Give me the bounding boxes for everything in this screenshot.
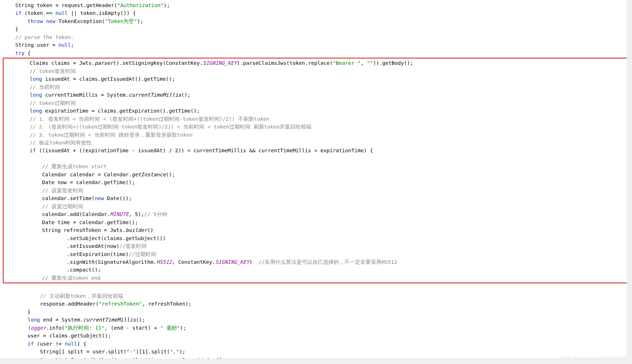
code-token: getInstance <box>132 172 166 177</box>
code-token: currentTimeMillis = System. <box>42 92 129 98</box>
code-token: SIGNING_KEY <box>203 60 237 66</box>
code-token: ) <box>249 259 259 265</box>
code-token: builder <box>125 227 147 233</box>
code-token: null <box>55 10 68 16</box>
code-token <box>3 18 28 24</box>
code-token: if <box>28 341 34 347</box>
code-token: ).parseClaimsJws(token.replace( <box>237 60 333 66</box>
code-token <box>3 341 28 347</box>
code-token: (); <box>181 92 191 98</box>
code-token: Date now = calendar.getTime(); <box>5 180 135 185</box>
code-token: , refreshToken); <box>142 301 192 307</box>
code-token <box>5 108 30 114</box>
code-token: Date()); <box>104 195 132 201</box>
code-token: long <box>30 108 42 114</box>
code-token: // 5分钟 <box>144 211 167 217</box>
code-token: "Bearer " <box>333 60 361 66</box>
code-token: Date time = calendar.getTime(); <box>5 220 138 225</box>
code-token: // 设置签发时间 <box>42 188 83 193</box>
code-token: null <box>58 42 71 48</box>
code-token: HS512 <box>157 259 172 265</box>
code-token: Claims claims = Jwts. <box>5 60 95 66</box>
code-token <box>3 34 15 40</box>
code-token: // token签发时间 <box>30 68 76 74</box>
code-token: MINUTE <box>110 211 129 217</box>
code-box: Claims claims = Jwts.parser().setSigning… <box>5 59 627 282</box>
code-token: // token过期时间 <box>30 100 76 106</box>
code-token: // 重新生成token end <box>42 275 101 281</box>
code-token: ); <box>137 18 143 24</box>
code-token: ().setSigningKey(ConstantKey. <box>113 60 203 66</box>
code-token <box>5 148 30 153</box>
code-token: ); <box>180 325 186 331</box>
code-token: // 验证token时间有效性 <box>30 140 92 146</box>
code-token <box>5 132 30 138</box>
code-token <box>5 188 42 193</box>
code-token <box>5 275 42 281</box>
code-token: () <box>147 227 153 233</box>
code-token: // 重新生成token start <box>42 164 107 169</box>
code-token: long <box>30 92 42 98</box>
code-token: (user != <box>34 341 64 347</box>
code-token: { <box>24 50 30 56</box>
code-token: TokenException( <box>55 18 105 24</box>
code-token: 1 <box>142 349 145 354</box>
code-token: String user = <box>3 42 58 48</box>
code-token: long <box>30 76 42 82</box>
code-token: try <box>15 50 24 56</box>
code-viewer: String token = request.getHeader("Author… <box>0 0 632 364</box>
code-token: ); <box>138 211 144 217</box>
code-token: long <box>28 317 40 323</box>
vertical-scrollbar[interactable] <box>627 0 632 364</box>
code-token: (token == <box>21 10 55 16</box>
code-token: , <box>361 60 367 66</box>
code-token: logger <box>28 325 46 331</box>
code-token: "Token为空" <box>105 18 137 24</box>
code-token: )) < currentTimeMillis && currentTimeMil… <box>178 148 373 153</box>
code-post: // 主动刷新token，并返回给前端 response.addHeader("… <box>3 284 629 364</box>
code-token <box>5 164 42 169</box>
code-token <box>5 84 30 90</box>
code-token: ; <box>71 42 74 48</box>
code-token: , <box>129 211 135 217</box>
code-token: "" <box>367 60 373 66</box>
code-token: (); <box>166 172 175 177</box>
code-token <box>3 325 28 331</box>
code-token <box>5 92 30 98</box>
code-token: , (end - start) + <box>105 325 160 331</box>
code-token: String refreshToken = Jwts. <box>5 227 125 233</box>
code-token: )).getBody(); <box>373 60 413 66</box>
code-token <box>3 293 40 299</box>
code-token: // 1. 签发时间 < 当前时间 < (签发时间+((token过期时间-to… <box>30 116 270 122</box>
code-token: "执行时间: {}" <box>65 325 105 331</box>
code-token: expirationTime = claims.getExpiration().… <box>42 108 200 114</box>
code-token: ].split( <box>145 349 170 354</box>
code-token: .info( <box>46 325 64 331</box>
code-token: .setSubject(claims.getSubject()) <box>5 235 166 241</box>
code-token <box>5 68 30 74</box>
code-token <box>5 76 30 82</box>
code-token: if <box>30 148 36 153</box>
code-token: // 2. (签发时间+((token过期时间-token签发时间)/2)) <… <box>30 124 311 130</box>
code-token: throw new <box>28 18 56 24</box>
code-token: issuedAt = claims.getIssuedAt().getTime(… <box>42 76 175 82</box>
code-token: // 设置过期时间 <box>42 204 83 209</box>
code-token: response.addHeader( <box>3 301 99 307</box>
code-token: calendar.add(Calendar. <box>5 211 110 217</box>
code-token: .compact(); <box>5 267 101 273</box>
code-token: } <box>3 26 18 32</box>
code-token: currentTimeMillis <box>129 92 181 98</box>
code-token: Calendar calendar = Calendar. <box>5 172 132 177</box>
code-token: "," <box>170 349 179 354</box>
code-token: ((issuedAt + ((expirationTime - issuedAt… <box>36 148 175 153</box>
horizontal-scrollbar[interactable] <box>0 359 627 364</box>
code-token <box>3 10 15 16</box>
code-token: ) { <box>77 341 86 347</box>
code-token: "Authorization" <box>117 2 164 8</box>
code-token: // parse the token. <box>15 34 74 40</box>
code-token: // 主动刷新token，并返回给前端 <box>40 293 123 299</box>
code-token: //签发时间 <box>119 243 147 249</box>
code-token: " 毫秒" <box>160 325 180 331</box>
highlighted-region: Claims claims = Jwts.parser().setSigning… <box>3 58 629 283</box>
code-token: "refreshToken" <box>99 301 142 307</box>
